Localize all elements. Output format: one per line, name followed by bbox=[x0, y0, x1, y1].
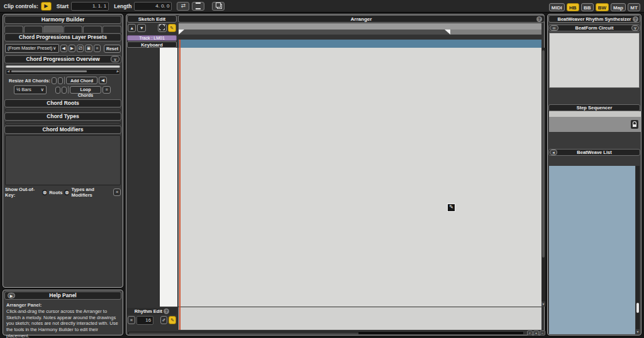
resize-double-button[interactable] bbox=[58, 77, 63, 84]
piano-roll[interactable]: ✎ bbox=[179, 48, 541, 307]
roll-vertical-scrollbar[interactable]: ▼ bbox=[541, 48, 545, 307]
collapse-circuit-button[interactable]: ∨ bbox=[631, 25, 639, 31]
resize-halve-button[interactable] bbox=[62, 87, 67, 94]
types-toggle-label[interactable]: Types and Modifiers bbox=[71, 187, 111, 198]
loop-range[interactable] bbox=[179, 30, 450, 35]
playhead[interactable] bbox=[179, 40, 180, 330]
lanes-icon bbox=[196, 3, 201, 9]
draw-tool-button[interactable]: ✎ bbox=[168, 24, 176, 32]
nav-button-hb[interactable]: HB bbox=[567, 3, 579, 11]
start-label: Start bbox=[57, 3, 69, 9]
help-cycle-button[interactable]: ▶ bbox=[8, 293, 15, 298]
beatform-columns bbox=[549, 33, 640, 88]
clip-lanes-button[interactable] bbox=[192, 2, 204, 11]
loop-end-marker[interactable] bbox=[445, 30, 450, 35]
resize-label: Resize All Chords: bbox=[5, 78, 50, 84]
beatweave-grid bbox=[549, 166, 635, 334]
rhythm-note-lane[interactable] bbox=[179, 320, 541, 330]
rhythm-brush-button[interactable]: ✐ bbox=[160, 316, 168, 324]
chevron-down-icon: ∨ bbox=[53, 45, 57, 52]
nav-button-map[interactable]: Map bbox=[611, 3, 626, 11]
beatweaver-panel: BeatWeaver Rhythm Synthesizer? BeatForm … bbox=[547, 14, 641, 335]
scroll-down-arrow-icon[interactable]: ▼ bbox=[636, 329, 640, 334]
tab-voice[interactable] bbox=[64, 26, 82, 33]
piano-keyboard[interactable] bbox=[159, 48, 177, 307]
reset-button[interactable]: Reset bbox=[104, 45, 121, 53]
duplicate-clip-button[interactable] bbox=[212, 2, 225, 11]
zoom-tool-button[interactable]: ⌕ bbox=[527, 330, 533, 335]
rhythm-help-icon[interactable]: ? bbox=[164, 308, 169, 314]
roots-toggle-label[interactable]: Roots bbox=[49, 190, 62, 195]
step-numbers bbox=[549, 111, 641, 117]
infinity-loop-button[interactable]: ∞ bbox=[550, 25, 558, 31]
nav-button-midi[interactable]: MIDI bbox=[549, 3, 565, 11]
loop-region-strip[interactable] bbox=[179, 30, 541, 35]
rhythm-grid-field[interactable]: 16 bbox=[136, 316, 153, 325]
tab-rhythm[interactable] bbox=[83, 26, 102, 33]
tab-sketch[interactable] bbox=[24, 26, 43, 33]
loop-chords-button[interactable]: Loop Chords bbox=[70, 86, 101, 94]
rhythm-accent-lane[interactable] bbox=[179, 316, 541, 320]
collapse-overview-button[interactable]: ∨ bbox=[111, 56, 119, 62]
arranger-help-icon[interactable]: ? bbox=[536, 16, 542, 22]
delete-preset-button[interactable]: ■ bbox=[94, 45, 101, 52]
weave-scrollbar[interactable]: ▼ bbox=[636, 166, 640, 334]
next-preset-button[interactable]: ▶ bbox=[69, 45, 75, 52]
help-panel: ▶Help Panel Arranger Panel:Click-and-dra… bbox=[3, 290, 123, 335]
harmony-builder-tabs bbox=[3, 25, 123, 33]
add-chord-button[interactable]: Add Chord bbox=[66, 77, 97, 84]
zoom-out-button[interactable]: − bbox=[540, 330, 545, 335]
length-field[interactable]: 4. 0. 0 bbox=[134, 2, 172, 11]
prev-preset-button[interactable]: ◀ bbox=[60, 45, 67, 52]
layer-presets-title: Chord Progressions Layer Presets bbox=[4, 33, 121, 41]
overview-title: Chord Progression Overview ∨ bbox=[4, 55, 121, 63]
lock-icon[interactable] bbox=[631, 120, 638, 129]
preset-dropdown[interactable]: (From Master Preset)∨ bbox=[5, 44, 59, 53]
help-panel-title: ▶Help Panel bbox=[4, 292, 121, 300]
rhythm-pencil-button[interactable]: ✎ bbox=[169, 316, 176, 324]
bars-dropdown[interactable]: ½ Bars∨ bbox=[14, 85, 47, 94]
scroll-down-arrow-icon[interactable]: ▼ bbox=[541, 302, 545, 307]
scroll-down-button[interactable]: ▼ bbox=[137, 24, 145, 32]
random-preset-button[interactable]: ⚂ bbox=[77, 45, 84, 52]
sketch-edit-title: Sketch Edit bbox=[127, 15, 177, 23]
resize-minus-half-button[interactable] bbox=[55, 87, 60, 94]
select-tool-button[interactable] bbox=[158, 24, 166, 32]
zoom-in-button[interactable]: + bbox=[533, 330, 539, 335]
nav-button-mt[interactable]: MT bbox=[628, 3, 640, 11]
scroll-up-button[interactable]: ▲ bbox=[128, 24, 136, 32]
audition-chords-button[interactable]: ◀ bbox=[99, 77, 107, 84]
rhythm-list-button[interactable]: ≡ bbox=[128, 316, 135, 324]
nav-button-bb[interactable]: BB bbox=[581, 3, 594, 11]
beatweaver-help-icon[interactable]: ? bbox=[633, 16, 638, 22]
rhythm-tick-lane[interactable] bbox=[179, 307, 541, 316]
tab-chords[interactable] bbox=[43, 26, 62, 33]
loop-toggle-button[interactable]: ⇄ bbox=[177, 2, 189, 11]
start-field[interactable]: 1. 1. 1 bbox=[71, 2, 109, 11]
beatform-circuit-title: BeatForm Circuit bbox=[548, 25, 640, 31]
tab-presets[interactable] bbox=[4, 26, 23, 33]
clip-controls-label: Clip controls: bbox=[4, 3, 38, 9]
beatweaver-title: BeatWeaver Rhythm Synthesizer? bbox=[548, 15, 640, 23]
out-of-key-menu-button[interactable]: ≡ bbox=[113, 188, 121, 196]
roll-horizontal-scrollbar[interactable] bbox=[128, 331, 524, 335]
weave-knobs bbox=[549, 157, 641, 166]
timeline-ruler[interactable] bbox=[179, 23, 541, 30]
track-label[interactable]: Track : LM01 bbox=[127, 35, 177, 41]
resize-plus-half-button[interactable] bbox=[52, 77, 57, 84]
chevron-down-icon: ∨ bbox=[41, 86, 45, 94]
play-button[interactable]: ▶ bbox=[41, 2, 52, 11]
chord-menu-button[interactable]: ≡ bbox=[103, 86, 111, 94]
collapse-list-button[interactable]: ◂ bbox=[550, 150, 557, 155]
step-sequencer-title: Step Sequencer bbox=[548, 104, 640, 111]
nav-button-bw[interactable]: BW bbox=[596, 3, 609, 11]
step-display[interactable] bbox=[549, 117, 641, 132]
preset-row: (From Master Preset)∨ ◀ ▶ ⚂ ▣ ■ Reset bbox=[3, 43, 123, 54]
tab-key[interactable] bbox=[103, 26, 121, 33]
overview-scrollbar[interactable]: ◀▶ bbox=[6, 69, 120, 75]
save-preset-button[interactable]: ▣ bbox=[85, 45, 92, 52]
loop-start-marker[interactable] bbox=[179, 30, 184, 35]
roots-toggle-icon[interactable]: ⊗ bbox=[42, 190, 47, 195]
top-toolbar: Clip controls: ▶ Start 1. 1. 1 Length 4.… bbox=[0, 0, 644, 13]
types-toggle-icon[interactable]: ⊗ bbox=[64, 190, 69, 195]
